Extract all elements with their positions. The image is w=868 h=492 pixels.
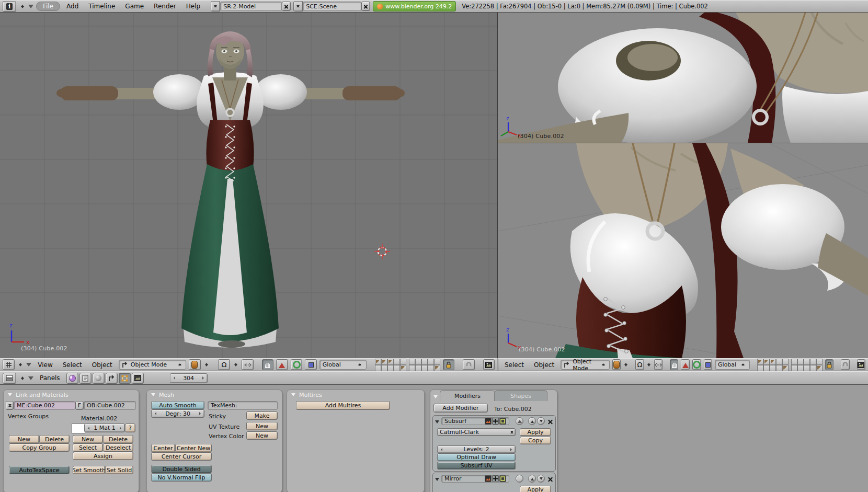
- viewport-closeup-shoulder[interactable]: z x (304) Cube.002: [498, 13, 868, 143]
- object-name-field[interactable]: OB:Cube.002: [84, 401, 136, 410]
- add-modifier-button[interactable]: Add Modifier: [433, 404, 488, 413]
- scale-manipulator-button[interactable]: [704, 359, 712, 370]
- editing-context-button[interactable]: [119, 373, 131, 384]
- menu-select[interactable]: Select: [59, 361, 86, 369]
- pivot-button[interactable]: Ω: [218, 359, 230, 370]
- realtime-visibility-icon[interactable]: [492, 475, 499, 482]
- apply-to-cage-button[interactable]: [516, 475, 523, 483]
- sticky-make-button[interactable]: Make: [246, 411, 278, 420]
- move-modifier-down-button[interactable]: [537, 417, 545, 425]
- mode-dropdown[interactable]: Object Mode: [561, 360, 610, 370]
- material-index-field[interactable]: 1 Mat 1: [84, 424, 125, 432]
- panel-header[interactable]: Link and Materials: [4, 390, 139, 399]
- layer-group-2[interactable]: [409, 359, 440, 371]
- center-cursor-button[interactable]: Center Cursor: [151, 452, 212, 461]
- scene-close-icon[interactable]: [361, 2, 370, 11]
- editmode-visibility-icon[interactable]: [499, 475, 506, 482]
- proportional-edit-button[interactable]: [654, 359, 663, 370]
- pivot-button[interactable]: Ω: [635, 359, 644, 370]
- apply-modifier-button[interactable]: Apply: [520, 428, 551, 436]
- material-help-button[interactable]: ?: [125, 424, 135, 432]
- object-context-button[interactable]: [106, 373, 118, 384]
- menu-object[interactable]: Object: [88, 361, 116, 369]
- translate-manipulator-button[interactable]: [681, 359, 689, 370]
- texmesh-field[interactable]: TexMesh:: [208, 401, 278, 410]
- screen-close-icon[interactable]: [282, 2, 291, 11]
- menu-help[interactable]: Help: [182, 3, 204, 10]
- menu-file[interactable]: File: [36, 2, 60, 11]
- snap-button[interactable]: [463, 359, 475, 370]
- frame-number-field[interactable]: 304: [170, 373, 208, 383]
- lock-layers-button[interactable]: [443, 359, 455, 370]
- blender-version-link[interactable]: www.blender.org 249.2: [373, 1, 456, 12]
- autotexspace-toggle[interactable]: AutoTexSpace: [9, 466, 70, 474]
- pivot-stepper[interactable]: [647, 360, 652, 369]
- layer-group-1[interactable]: [375, 359, 406, 371]
- panel-header[interactable]: Mesh: [147, 390, 282, 399]
- material-delete-button[interactable]: Delete: [103, 435, 133, 443]
- scale-manipulator-button[interactable]: [305, 359, 317, 370]
- draw-type-stepper[interactable]: [203, 360, 210, 369]
- material-new-button[interactable]: New: [73, 435, 103, 443]
- mode-dropdown[interactable]: Object Mode: [119, 360, 186, 370]
- no-vnormal-flip-toggle[interactable]: No V.Normal Flip: [151, 473, 212, 482]
- editmode-visibility-icon[interactable]: [499, 418, 506, 425]
- subdivision-type-dropdown[interactable]: Catmull-Clark: [437, 428, 516, 436]
- rotate-manipulator-button[interactable]: [291, 359, 303, 370]
- material-color-swatch[interactable]: [72, 424, 85, 433]
- layer-group-2[interactable]: [791, 359, 823, 371]
- fake-user-button[interactable]: F: [75, 401, 84, 410]
- snap-button[interactable]: [841, 359, 849, 370]
- menu-select[interactable]: Select: [501, 361, 528, 369]
- shading-context-button[interactable]: [93, 373, 105, 384]
- editor-type-stepper[interactable]: [17, 360, 24, 369]
- modifier-collapse-icon[interactable]: [435, 478, 439, 483]
- pivot-stepper[interactable]: [233, 360, 239, 369]
- move-modifier-up-button[interactable]: [528, 475, 536, 483]
- set-solid-button[interactable]: Set Solid: [105, 466, 133, 474]
- material-assign-button[interactable]: Assign: [73, 452, 133, 460]
- center-button[interactable]: Center: [151, 444, 175, 452]
- script-context-button[interactable]: [79, 373, 92, 384]
- copy-group-button[interactable]: Copy Group: [9, 443, 70, 452]
- degr-stepper[interactable]: Degr: 30: [151, 409, 204, 418]
- center-new-button[interactable]: Center New: [175, 444, 212, 452]
- move-modifier-up-button[interactable]: [528, 417, 536, 425]
- menu-game[interactable]: Game: [121, 3, 147, 10]
- mesh-browse-button[interactable]: [6, 401, 14, 410]
- render-preview-button[interactable]: [857, 359, 865, 370]
- apply-to-cage-button[interactable]: [516, 417, 523, 425]
- render-visibility-icon[interactable]: [485, 418, 492, 425]
- editor-type-button[interactable]: [3, 373, 16, 384]
- auto-smooth-toggle[interactable]: Auto Smooth: [151, 401, 204, 409]
- header-collapse-icon[interactable]: [28, 5, 33, 11]
- move-modifier-down-button[interactable]: [537, 475, 545, 483]
- screen-selector[interactable]: SR:2-Model: [220, 2, 282, 11]
- editor-type-button[interactable]: [3, 359, 15, 370]
- panel-header[interactable]: Multires: [287, 390, 424, 399]
- transform-orientation-dropdown[interactable]: Global: [715, 360, 750, 370]
- material-select-button[interactable]: Select: [73, 443, 103, 452]
- subsurf-uv-toggle[interactable]: Subsurf UV: [437, 462, 516, 470]
- render-visibility-icon[interactable]: [485, 475, 492, 482]
- set-smooth-button[interactable]: Set Smooth: [73, 466, 105, 474]
- scene-stepper[interactable]: [293, 1, 303, 12]
- optimal-draw-toggle[interactable]: Optimal Draw: [437, 453, 516, 461]
- screen-stepper[interactable]: [211, 1, 220, 12]
- realtime-visibility-icon[interactable]: [492, 418, 499, 425]
- draw-type-button[interactable]: [189, 359, 201, 370]
- editor-type-stepper[interactable]: [19, 374, 26, 383]
- translate-manipulator-button[interactable]: [276, 359, 288, 370]
- tab-shapes[interactable]: Shapes: [494, 390, 547, 401]
- logic-context-button[interactable]: [66, 373, 78, 384]
- collapse-icon[interactable]: [433, 395, 438, 401]
- editor-type-button[interactable]: i: [3, 1, 16, 12]
- editor-type-stepper[interactable]: [19, 2, 26, 11]
- panels-menu[interactable]: Panels: [36, 374, 64, 382]
- menu-view[interactable]: View: [34, 361, 56, 369]
- mesh-name-field[interactable]: ME:Cube.002: [14, 401, 75, 410]
- levels-stepper[interactable]: Levels: 2: [437, 445, 516, 453]
- lock-layers-button[interactable]: [825, 359, 833, 370]
- scene-context-button[interactable]: [132, 373, 144, 384]
- transform-orientation-dropdown[interactable]: Global: [319, 360, 367, 370]
